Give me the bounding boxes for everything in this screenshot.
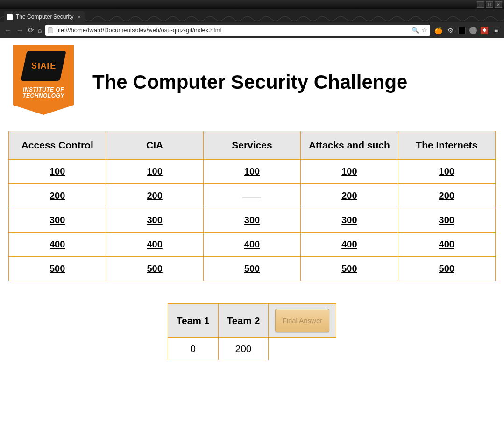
- question-link[interactable]: 400: [244, 239, 260, 249]
- question-link[interactable]: 500: [50, 263, 65, 274]
- question-cell[interactable]: 300: [398, 208, 495, 233]
- tab-close-icon[interactable]: ×: [77, 14, 81, 21]
- address-bar[interactable]: 🔍 ☆: [45, 25, 430, 36]
- question-link[interactable]: 100: [341, 166, 357, 176]
- file-icon: [7, 14, 13, 20]
- question-cell[interactable]: 400: [398, 233, 495, 257]
- file-icon: [48, 27, 53, 33]
- logo-badge-text: STATE: [31, 61, 55, 71]
- logo-subtitle-line1: INSTITUTE OF: [23, 86, 64, 93]
- question-link[interactable]: 500: [147, 263, 162, 274]
- home-button[interactable]: ⌂: [38, 27, 42, 34]
- header: STATE INSTITUTE OF TECHNOLOGY The Comput…: [8, 45, 496, 120]
- window-maximize-button[interactable]: ☐: [486, 1, 493, 8]
- window-titlebar: — ☐ ✕: [0, 0, 504, 9]
- forward-button[interactable]: →: [16, 26, 24, 35]
- question-link[interactable]: 400: [50, 239, 65, 249]
- question-link[interactable]: 500: [439, 263, 454, 274]
- question-cell[interactable]: 400: [203, 233, 300, 257]
- question-cell[interactable]: 100: [398, 160, 495, 184]
- question-cell[interactable]: 500: [9, 257, 106, 281]
- question-link[interactable]: 300: [341, 215, 357, 225]
- question-link[interactable]: 200: [50, 190, 65, 201]
- logo: STATE INSTITUTE OF TECHNOLOGY: [8, 45, 78, 120]
- question-cell[interactable]: 200: [106, 184, 203, 208]
- team-header: Team 2: [218, 304, 269, 338]
- menu-icon[interactable]: ≡: [492, 26, 500, 35]
- used-marker: [242, 197, 261, 198]
- category-header: Services: [203, 131, 300, 160]
- question-link[interactable]: 200: [341, 190, 357, 201]
- team-score: 200: [218, 338, 269, 360]
- browser-tab[interactable]: The Computer Security ×: [4, 11, 85, 22]
- bookmark-star-icon[interactable]: ☆: [422, 27, 427, 34]
- question-cell[interactable]: 500: [203, 257, 300, 281]
- question-link[interactable]: 300: [244, 215, 260, 225]
- final-answer-button[interactable]: Final Answer: [275, 309, 329, 332]
- question-cell[interactable]: 400: [9, 233, 106, 257]
- extension-icon[interactable]: [458, 27, 466, 34]
- category-header: The Internets: [398, 131, 495, 160]
- page-content: STATE INSTITUTE OF TECHNOLOGY The Comput…: [0, 38, 504, 437]
- browser-tab-strip: The Computer Security ×: [0, 9, 504, 22]
- question-link[interactable]: 300: [50, 215, 65, 225]
- question-link[interactable]: 100: [244, 166, 260, 176]
- question-cell[interactable]: 100: [106, 160, 203, 184]
- team-score: 0: [168, 338, 218, 360]
- reload-button[interactable]: ⟳: [28, 26, 34, 35]
- question-cell[interactable]: 300: [9, 208, 106, 233]
- window-minimize-button[interactable]: —: [477, 1, 484, 8]
- question-cell[interactable]: 400: [106, 233, 203, 257]
- question-link[interactable]: 100: [147, 166, 162, 176]
- category-header: Access Control: [9, 131, 106, 160]
- question-link[interactable]: 400: [147, 239, 162, 249]
- question-cell[interactable]: 100: [203, 160, 300, 184]
- question-cell[interactable]: 500: [301, 257, 398, 281]
- back-button[interactable]: ←: [4, 26, 12, 35]
- question-link[interactable]: 500: [244, 263, 260, 274]
- question-cell[interactable]: 200: [398, 184, 495, 208]
- question-cell[interactable]: 300: [106, 208, 203, 233]
- extension-icon[interactable]: [469, 27, 477, 34]
- question-link[interactable]: 300: [147, 215, 162, 225]
- score-table: Team 1Team 2Final Answer 0200: [168, 303, 337, 360]
- category-header: CIA: [106, 131, 203, 160]
- team-header: Team 1: [168, 304, 218, 338]
- search-icon[interactable]: 🔍: [412, 27, 419, 34]
- category-header: Attacks and such: [301, 131, 398, 160]
- logo-subtitle-line2: TECHNOLOGY: [22, 92, 64, 99]
- browser-toolbar: ← → ⟳ ⌂ 🔍 ☆ 🍊 ⚙ ✱ ≡: [0, 22, 504, 38]
- question-cell[interactable]: 500: [106, 257, 203, 281]
- question-link[interactable]: 200: [439, 190, 454, 201]
- tab-title: The Computer Security: [16, 14, 73, 20]
- question-link[interactable]: 500: [341, 263, 357, 274]
- question-cell[interactable]: 300: [301, 208, 398, 233]
- extension-icon[interactable]: ✱: [481, 27, 488, 34]
- question-cell[interactable]: 300: [203, 208, 300, 233]
- question-link[interactable]: 400: [439, 239, 454, 249]
- question-cell[interactable]: 400: [301, 233, 398, 257]
- url-input[interactable]: [56, 27, 409, 34]
- game-board: Access ControlCIAServicesAttacks and suc…: [8, 131, 496, 281]
- question-link[interactable]: 200: [147, 190, 162, 201]
- question-link[interactable]: 100: [439, 166, 454, 176]
- page-title: The Computer Security Challenge: [92, 71, 496, 93]
- question-cell[interactable]: 500: [398, 257, 495, 281]
- question-cell: [203, 184, 300, 208]
- final-answer-cell: Final Answer: [269, 304, 336, 338]
- extension-icon[interactable]: 🍊: [434, 26, 442, 35]
- question-link[interactable]: 300: [439, 215, 454, 225]
- question-cell[interactable]: 100: [9, 160, 106, 184]
- question-cell[interactable]: 200: [301, 184, 398, 208]
- question-cell[interactable]: 200: [9, 184, 106, 208]
- question-cell[interactable]: 100: [301, 160, 398, 184]
- question-link[interactable]: 400: [341, 239, 357, 249]
- question-link[interactable]: 100: [50, 166, 65, 176]
- window-close-button[interactable]: ✕: [495, 1, 502, 8]
- settings-gear-icon[interactable]: ⚙: [446, 26, 454, 35]
